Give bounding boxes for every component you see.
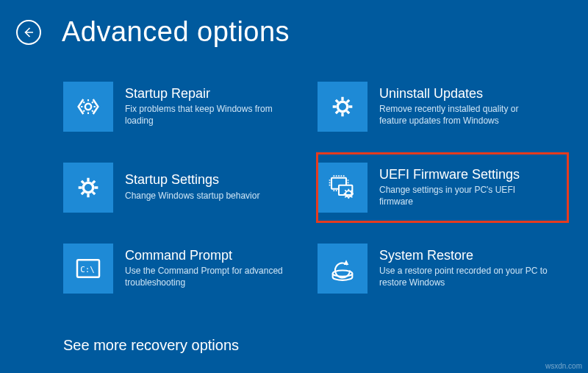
option-text: Uninstall Updates Remove recently instal… xyxy=(379,87,548,127)
page-title: Advanced options xyxy=(62,16,290,48)
option-system-restore[interactable]: System Restore Use a restore point recor… xyxy=(318,235,567,302)
startup-repair-icon xyxy=(63,82,113,132)
gear-icon xyxy=(63,163,113,213)
option-desc: Use a restore point recorded on your PC … xyxy=(379,266,548,288)
see-more-recovery-options[interactable]: See more recovery options xyxy=(63,337,239,354)
watermark: wsxdn.com xyxy=(545,362,582,370)
option-title: UEFI Firmware Settings xyxy=(379,168,548,182)
svg-point-2 xyxy=(83,182,93,192)
option-command-prompt[interactable]: C:\ Command Prompt Use the Command Promp… xyxy=(63,235,313,302)
gear-icon xyxy=(318,82,368,132)
command-prompt-icon: C:\ xyxy=(63,244,113,294)
option-text: System Restore Use a restore point recor… xyxy=(379,249,548,289)
svg-point-1 xyxy=(337,102,347,111)
option-title: Uninstall Updates xyxy=(379,87,548,102)
option-desc: Change Windows startup behavior xyxy=(125,191,259,202)
option-uefi-firmware-settings[interactable]: UEFI Firmware Settings Change settings i… xyxy=(318,154,567,221)
back-arrow-icon xyxy=(22,26,35,39)
option-title: Command Prompt xyxy=(125,249,294,263)
option-desc: Use the Command Prompt for advanced trou… xyxy=(125,266,294,288)
option-desc: Fix problems that keep Windows from load… xyxy=(125,104,294,127)
option-text: Startup Settings Change Windows startup … xyxy=(125,173,259,202)
option-desc: Change settings in your PC's UEFI firmwa… xyxy=(379,185,548,207)
svg-text:C:\: C:\ xyxy=(80,265,95,274)
options-grid: Startup Repair Fix problems that keep Wi… xyxy=(63,73,588,302)
option-title: System Restore xyxy=(379,249,548,263)
header: Advanced options xyxy=(0,0,588,48)
option-startup-repair[interactable]: Startup Repair Fix problems that keep Wi… xyxy=(63,73,313,141)
option-text: Startup Repair Fix problems that keep Wi… xyxy=(125,87,294,127)
option-text: Command Prompt Use the Command Prompt fo… xyxy=(125,249,294,289)
option-uninstall-updates[interactable]: Uninstall Updates Remove recently instal… xyxy=(318,73,567,141)
option-title: Startup Settings xyxy=(125,173,259,188)
option-desc: Remove recently installed quality or fea… xyxy=(379,104,548,127)
svg-point-0 xyxy=(85,104,91,110)
option-title: Startup Repair xyxy=(125,87,294,102)
option-text: UEFI Firmware Settings Change settings i… xyxy=(379,168,548,208)
option-startup-settings[interactable]: Startup Settings Change Windows startup … xyxy=(63,154,313,221)
back-button[interactable] xyxy=(16,20,41,45)
firmware-icon xyxy=(318,163,368,213)
system-restore-icon xyxy=(318,244,368,294)
